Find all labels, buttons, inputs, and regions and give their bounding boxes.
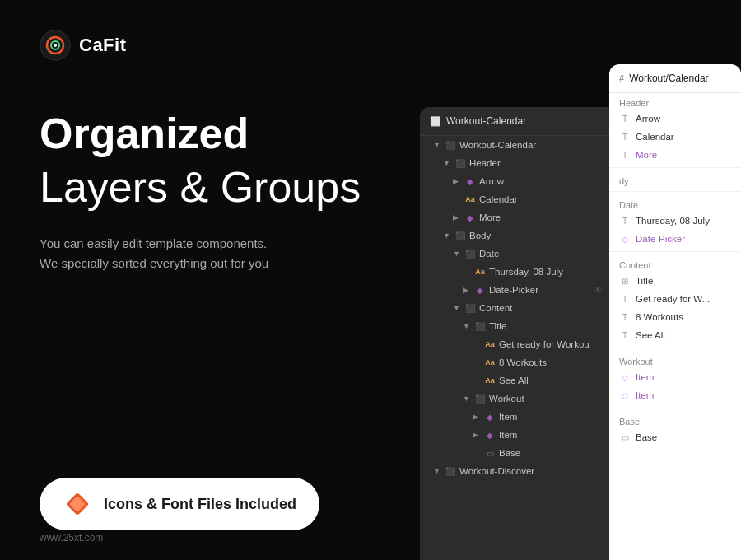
cafit-logo-icon <box>40 30 71 61</box>
prop-name: Date-Picker <box>636 234 685 244</box>
text-icon: Aa <box>484 375 496 386</box>
layer-workout-group[interactable]: ▼ ⬛ Workout <box>420 390 609 408</box>
text-t-icon: T <box>619 113 631 124</box>
prop-get-ready: T Get ready for W... <box>609 290 741 308</box>
footer-url: www.25xt.com <box>40 532 103 544</box>
prop-name: Base <box>636 432 657 442</box>
chevron-down-icon: ▼ <box>463 322 471 330</box>
layer-more[interactable]: ▶ ◆ More <box>420 208 609 226</box>
layer-name: 8 Workouts <box>499 357 547 367</box>
layer-arrow[interactable]: ▶ ◆ Arrow <box>420 172 609 190</box>
prop-name: Get ready for W... <box>636 294 710 304</box>
app-name: CaFit <box>79 35 127 56</box>
layer-title-group[interactable]: ▼ ⬛ Title <box>420 317 609 335</box>
layer-name: Date <box>479 249 499 259</box>
layer-name: Workout-Calendar <box>459 140 536 150</box>
layer-name: Calendar <box>479 194 518 204</box>
layer-name: Body <box>469 231 491 240</box>
prop-name: See All <box>636 330 665 340</box>
prop-thursday: T Thursday, 08 July <box>609 212 741 230</box>
layers-panel: ⬜ Workout-Calendar ▼ ⬛ Workout-Calendar … <box>420 107 609 560</box>
layer-date-picker[interactable]: ▶ ◆ Date-Picker 👁 <box>420 281 609 299</box>
svg-point-3 <box>54 44 57 47</box>
prop-section-content: Content <box>609 255 741 272</box>
text-t-icon: T <box>619 131 631 142</box>
layer-calendar[interactable]: ▶ Aa Calendar <box>420 190 609 208</box>
chevron-right-icon: ▶ <box>453 177 461 185</box>
layer-workout-calendar[interactable]: ▼ ⬛ Workout-Calendar <box>420 136 609 154</box>
diamond-icon: ◆ <box>484 429 496 441</box>
text-t-icon: T <box>619 311 631 323</box>
layer-name: Content <box>479 303 512 313</box>
layer-name: Item <box>499 430 517 440</box>
badge-icon <box>63 489 92 519</box>
layer-content-group[interactable]: ▼ ⬛ Content <box>420 299 609 317</box>
diamond-icon: ◇ <box>619 390 631 401</box>
square-icon: ▭ <box>619 432 631 443</box>
prop-more: T More <box>609 146 741 164</box>
chevron-down-icon: ▼ <box>443 159 451 167</box>
text-t-icon: T <box>619 215 631 226</box>
layer-date-group[interactable]: ▼ ⬛ Date <box>420 245 609 263</box>
diamond-icon: ◇ <box>619 371 631 383</box>
layer-workout-discover[interactable]: ▼ ⬛ Workout-Discover <box>420 462 609 480</box>
diamond-icon: ◇ <box>619 233 631 245</box>
square-icon: ▭ <box>484 447 496 459</box>
layer-name: Date-Picker <box>489 285 538 295</box>
prop-divider <box>609 191 741 192</box>
layer-see-all[interactable]: ▶ Aa See All <box>420 371 609 390</box>
description: You can easily edit template components.… <box>40 234 380 273</box>
prop-divider <box>609 251 741 252</box>
layer-name: More <box>479 212 501 222</box>
prop-section-header: Header <box>609 93 741 110</box>
layer-body-group[interactable]: ▼ ⬛ Body <box>420 226 609 245</box>
chevron-right-icon: ▶ <box>473 431 481 439</box>
props-content: Header T Arrow T Calendar T More dy Date… <box>609 93 741 446</box>
layers-content[interactable]: ▼ ⬛ Workout-Calendar ▼ ⬛ Header ▶ ◆ Arro… <box>420 136 609 559</box>
layer-name: Base <box>499 448 520 458</box>
layer-get-ready[interactable]: ▶ Aa Get ready for Workou <box>420 335 609 353</box>
prop-date-picker: ◇ Date-Picker <box>609 230 741 248</box>
layer-item-2[interactable]: ▶ ◆ Item <box>420 426 609 444</box>
hash-icon: # <box>619 73 624 83</box>
layers-panel-title: Workout-Calendar <box>446 115 526 127</box>
layer-header-group[interactable]: ▼ ⬛ Header <box>420 154 609 172</box>
diamond-icon: ◆ <box>474 284 486 296</box>
logo-row: CaFit <box>40 30 380 61</box>
monitor-icon: ⬜ <box>430 116 441 127</box>
text-t-icon: T <box>619 329 631 341</box>
layer-item-1[interactable]: ▶ ◆ Item <box>420 408 609 426</box>
badge-text: Icons & Font Files Included <box>104 496 296 513</box>
sub-headline: Layers & Groups <box>40 164 380 211</box>
text-icon: Aa <box>484 338 496 350</box>
layer-base[interactable]: ▶ ▭ Base <box>420 444 609 462</box>
diamond-icon: ◆ <box>484 411 496 422</box>
chevron-down-icon: ▼ <box>453 250 461 258</box>
eye-icon[interactable]: 👁 <box>594 285 603 295</box>
monitor-icon: ⬛ <box>445 139 456 151</box>
text-t-icon: T <box>619 293 631 305</box>
prop-name: 8 Workouts <box>636 312 683 322</box>
prop-item-2: ◇ Item <box>609 386 741 404</box>
prop-section-date: Date <box>609 195 741 212</box>
prop-base: ▭ Base <box>609 428 741 446</box>
prop-divider <box>609 408 741 408</box>
chevron-down-icon: ▼ <box>463 394 471 403</box>
prop-arrow: T Arrow <box>609 110 741 128</box>
prop-calendar: T Calendar <box>609 128 741 146</box>
text-t-icon: T <box>619 149 631 161</box>
layer-thursday[interactable]: ▶ Aa Thursday, 08 July <box>420 263 609 281</box>
prop-title: ⊞ Title <box>609 272 741 290</box>
layer-name: Thursday, 08 July <box>489 267 563 277</box>
layer-name: Workout-Discover <box>459 466 534 476</box>
layer-8-workouts[interactable]: ▶ Aa 8 Workouts <box>420 353 609 371</box>
layer-name: Item <box>499 412 517 422</box>
grid-icon: ⊞ <box>619 275 631 287</box>
folder-icon: ⬛ <box>474 320 486 332</box>
props-header: # Workout/Calendar <box>609 64 741 93</box>
folder-icon: ⬛ <box>474 393 486 404</box>
folder-icon: ⬛ <box>464 302 476 314</box>
folder-icon: ⬛ <box>454 157 466 169</box>
folder-icon: ⬛ <box>454 230 466 241</box>
prop-section-dy: dy <box>609 171 741 188</box>
